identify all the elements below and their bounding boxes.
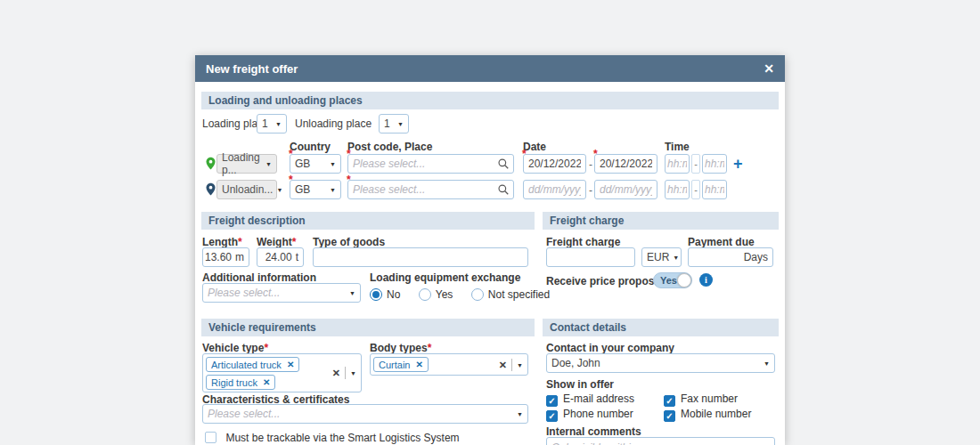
loading-time-to-input[interactable] [702, 154, 727, 174]
phone-label: Phone number [563, 408, 633, 420]
vehicle-type-multiselect[interactable]: Articulated truck✕ Rigid truck✕ ✕ ▼ [202, 353, 362, 392]
chip-label: Articulated truck [211, 360, 282, 370]
radio-not-specified[interactable] [471, 288, 484, 301]
length-unit: m [235, 251, 244, 263]
payment-due-input[interactable]: Days [688, 247, 773, 267]
add-place-icon[interactable]: + [733, 155, 743, 173]
additional-info-label: Additional information [202, 271, 316, 284]
clear-icon[interactable]: ✕ [332, 368, 340, 379]
loading-date-from-input[interactable] [523, 154, 586, 174]
required-asterisk: * [593, 148, 598, 160]
close-icon[interactable]: ✕ [764, 62, 774, 75]
unloading-type-select[interactable]: Unloadin...▼ [216, 180, 277, 199]
chevron-down-icon: ▼ [517, 411, 523, 417]
weight-input[interactable]: 24.00t [257, 247, 304, 267]
freight-charge-input[interactable] [546, 247, 635, 267]
goods-input[interactable] [313, 247, 528, 267]
unloading-country-select[interactable]: * GB▼ [290, 180, 341, 199]
required-asterisk: * [238, 236, 242, 248]
search-icon[interactable] [497, 158, 510, 170]
loading-date-to-input[interactable] [594, 154, 657, 174]
unloading-time-from-input[interactable] [665, 180, 690, 199]
loading-date-to-field[interactable]: * [594, 154, 657, 174]
chevron-down-icon: ▼ [397, 121, 404, 127]
additional-info-placeholder: Please select... [208, 287, 280, 299]
chevron-down-icon: ▼ [349, 290, 355, 296]
price-proposals-toggle[interactable]: Yes [653, 272, 692, 288]
unloading-date-from-input[interactable] [523, 180, 586, 199]
country-column-label: Country [290, 141, 331, 153]
loading-postcode-input[interactable] [347, 154, 514, 174]
date-range-dash: - [589, 158, 592, 171]
internal-comments-textarea[interactable] [546, 437, 775, 445]
unloading-country-value: GB [295, 183, 310, 196]
chevron-down-icon: ▼ [276, 187, 282, 193]
length-input[interactable]: 13.60m [202, 247, 249, 267]
required-asterisk: * [347, 148, 351, 160]
weight-value: 24.00 [265, 251, 292, 263]
loading-pin-icon [204, 155, 217, 172]
chevron-down-icon[interactable]: ▼ [350, 370, 356, 376]
chip-remove-icon[interactable]: ✕ [287, 360, 294, 369]
show-checkbox-phone: ✓Phone number [546, 405, 633, 422]
radio-no[interactable] [370, 288, 382, 301]
email-label: E-mail address [563, 392, 634, 405]
contact-label: Contact in your company [546, 342, 674, 354]
loading-country-value: GB [295, 158, 310, 170]
time-range-dash: - [691, 180, 700, 199]
chip-remove-icon[interactable]: ✕ [263, 377, 270, 387]
vehicle-type-label: Vehicle type* [202, 342, 268, 354]
search-icon[interactable] [497, 183, 510, 196]
info-icon[interactable]: i [699, 273, 713, 287]
unloading-date-to-input[interactable] [594, 180, 657, 199]
clear-icon[interactable]: ✕ [499, 360, 507, 371]
chip-articulated-truck: Articulated truck✕ [206, 357, 299, 372]
weight-label: Weight* [257, 236, 296, 248]
loading-country-select[interactable]: * GB▼ [290, 154, 341, 174]
goods-label: Type of goods [313, 236, 385, 248]
section-header-vehicle: Vehicle requirements [201, 319, 535, 336]
date-range-dash: - [589, 184, 592, 197]
loading-type-select[interactable]: Loading p...▼ [216, 154, 277, 174]
unloading-place-select[interactable]: 1▼ [379, 114, 409, 134]
chip-label: Rigid truck [211, 377, 257, 388]
unloading-type-value: Unloadin... [222, 183, 273, 196]
chevron-down-icon: ▼ [265, 161, 272, 167]
internal-comments-label: Internal comments [546, 425, 641, 438]
loading-postcode-field[interactable]: * [347, 154, 514, 174]
chip-label: Curtain [379, 360, 410, 370]
trackable-label: Must be trackable via the Smart Logistic… [225, 432, 459, 444]
loading-time-from-input[interactable] [665, 154, 690, 174]
multiselect-controls: ✕ ▼ [332, 367, 356, 379]
show-in-offer-label: Show in offer [546, 378, 614, 391]
additional-info-select[interactable]: Please select...▼ [202, 283, 361, 303]
unloading-time-to-input[interactable] [702, 180, 727, 199]
loading-date-from-field[interactable]: * [523, 154, 586, 174]
weight-unit: t [296, 251, 298, 263]
contact-select[interactable]: Doe, John▼ [546, 353, 775, 373]
equipment-label: Loading equipment exchange [370, 271, 520, 284]
currency-select[interactable]: EUR▼ [641, 247, 682, 267]
trackable-checkbox-row: Must be trackable via the Smart Logistic… [205, 429, 460, 445]
unloading-postcode-input[interactable] [347, 180, 514, 199]
time-range-dash: - [691, 154, 700, 174]
required-asterisk: * [264, 342, 268, 354]
chip-curtain: Curtain✕ [373, 357, 429, 372]
unloading-pin-icon [204, 181, 217, 198]
trackable-checkbox[interactable] [205, 432, 216, 443]
radio-yes[interactable] [419, 288, 431, 301]
chip-remove-icon[interactable]: ✕ [415, 360, 422, 369]
chevron-down-icon[interactable]: ▼ [517, 362, 523, 368]
section-header-places: Loading and unloading places [201, 92, 779, 109]
loading-place-select[interactable]: 1▼ [257, 114, 287, 134]
phone-checkbox[interactable]: ✓ [546, 410, 558, 422]
characteristics-select[interactable]: Please select...▼ [202, 404, 528, 424]
divider [511, 359, 512, 371]
divider [345, 367, 346, 379]
mobile-checkbox[interactable]: ✓ [664, 410, 675, 422]
body-types-multiselect[interactable]: Curtain✕ ✕ ▼ [370, 353, 528, 376]
unloading-postcode-field[interactable]: * [347, 180, 514, 199]
chevron-down-icon: ▼ [673, 255, 679, 261]
dialog-header: New freight offer ✕ [195, 55, 785, 82]
freight-charge-label: Freight charge [546, 236, 620, 248]
